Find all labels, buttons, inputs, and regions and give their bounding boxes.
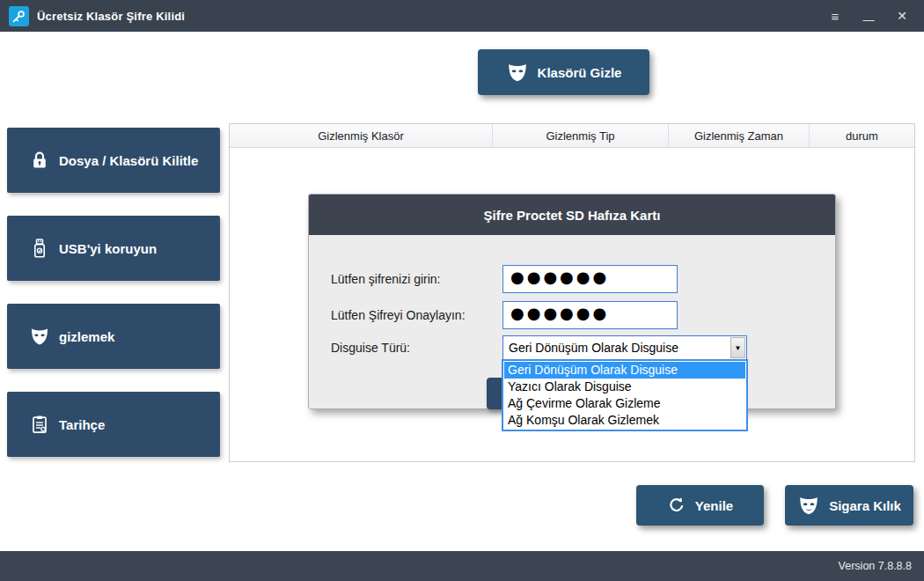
version-text: Version 7.8.8.8	[839, 560, 912, 572]
sidebar-item-label: USB'yi koruyun	[59, 241, 157, 256]
password-label: Lütfen şifrenizi girin:	[331, 265, 441, 293]
dialog-title: Şifre Proctet SD Hafıza Kartı	[309, 195, 835, 235]
sidebar-item-label: gizlemek	[59, 329, 114, 344]
confirm-password-label: Lütfen Şifreyi Onaylayın:	[331, 301, 466, 329]
minimize-icon[interactable]: —	[855, 8, 882, 31]
titlebar: Ücretsiz Klasör Şifre Kilidi ≡ — ✕	[0, 0, 924, 32]
disguise-button[interactable]: Sigara Kılık	[785, 485, 913, 526]
lock-icon	[29, 150, 50, 171]
statusbar: Version 7.8.8.8	[0, 551, 924, 581]
mask-icon	[506, 61, 529, 84]
dropdown-option-network-neighbor[interactable]: Ağ Komşu Olarak Gizlemek	[504, 412, 745, 429]
sidebar-item-history[interactable]: Tarihçe	[7, 392, 220, 457]
sidebar-item-lock-files[interactable]: Dosya / Klasörü Kilitle	[7, 128, 220, 193]
confirm-password-input[interactable]: ●●●●●●	[502, 301, 678, 329]
sidebar-item-label: Dosya / Klasörü Kilitle	[59, 153, 198, 168]
combobox-selected-value: Geri Dönüşüm Olarak Disguise	[503, 341, 730, 355]
menu-icon[interactable]: ≡	[822, 4, 848, 27]
close-icon[interactable]: ✕	[889, 4, 915, 27]
dropdown-option-printer[interactable]: Yazıcı Olarak Disguise	[504, 379, 745, 395]
refresh-button[interactable]: Yenile	[636, 485, 764, 526]
column-header-status[interactable]: durum	[810, 124, 914, 147]
table-header-row: Gizlenmiş Klasör Gizlenmiş Tip Gizlenmiş…	[230, 124, 914, 148]
disguise-type-combobox[interactable]: Geri Dönüşüm Olarak Disguise ▼	[502, 335, 747, 360]
column-header-hidden-type[interactable]: Gizlenmiş Tip	[493, 124, 669, 147]
password-input[interactable]: ●●●●●●	[502, 265, 678, 293]
mask-icon	[797, 494, 820, 517]
window-title: Ücretsiz Klasör Şifre Kilidi	[37, 10, 185, 23]
history-icon	[29, 414, 50, 435]
dropdown-option-recycle-bin[interactable]: Geri Dönüşüm Olarak Disguise	[504, 362, 745, 379]
hide-folder-button[interactable]: Klasörü Gizle	[478, 49, 649, 95]
disguise-label: Sigara Kılık	[829, 498, 901, 513]
column-header-hidden-folder[interactable]: Gizlenmiş Klasör	[230, 124, 493, 147]
sidebar-item-protect-usb[interactable]: USB'yi koruyun	[7, 216, 220, 281]
disguise-type-dropdown-list: Geri Dönüşüm Olarak Disguise Yazıcı Olar…	[502, 359, 748, 431]
mask-icon	[29, 326, 50, 347]
window-controls: ≡ — ✕	[822, 4, 915, 27]
sidebar-item-disguise[interactable]: gizlemek	[7, 304, 220, 369]
chevron-down-icon[interactable]: ▼	[730, 337, 745, 358]
refresh-icon	[667, 496, 686, 515]
dropdown-option-dialup-network[interactable]: Ağ Çevirme Olarak Gizleme	[504, 395, 745, 412]
sidebar-item-label: Tarihçe	[59, 417, 105, 432]
refresh-label: Yenile	[695, 498, 733, 513]
hide-folder-label: Klasörü Gizle	[538, 65, 622, 80]
usb-icon	[29, 238, 50, 259]
disguise-type-label: Disguise Türü:	[331, 335, 410, 360]
column-header-hidden-time[interactable]: Gizlenmiş Zaman	[669, 124, 810, 147]
app-key-icon	[9, 6, 29, 26]
